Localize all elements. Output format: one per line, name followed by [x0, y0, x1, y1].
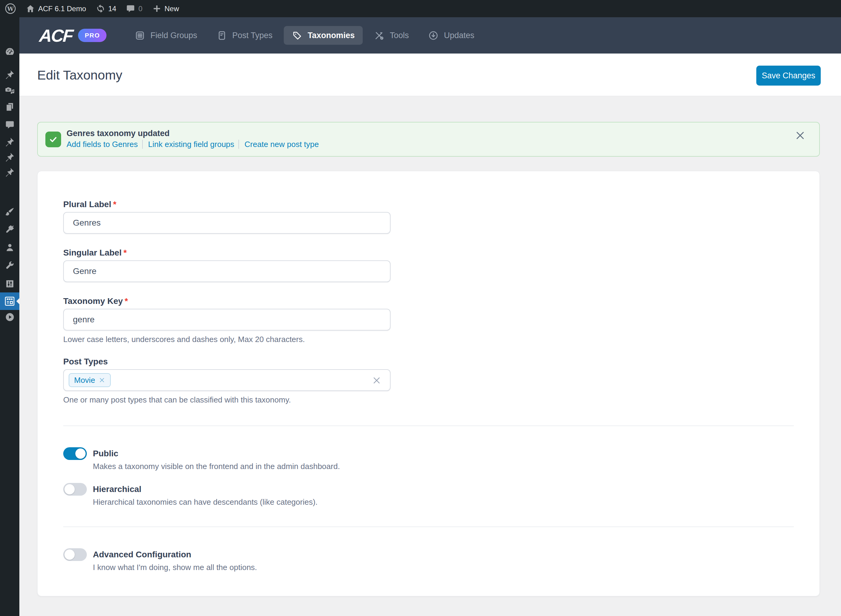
toggle-group-advanced: Advanced ConfigurationI know what I'm do… [63, 548, 794, 572]
play-circle-icon [5, 312, 15, 322]
sidebar-item-pushpin[interactable] [0, 135, 19, 148]
sidebar-item-plugins-plug[interactable] [0, 223, 19, 235]
media-icon [5, 86, 15, 96]
post-types-icon [217, 30, 227, 41]
toggle-row-advanced-configuration: Advanced ConfigurationI know what I'm do… [63, 548, 794, 572]
updates-count: 14 [108, 4, 116, 13]
taxonomy-key-input[interactable] [63, 309, 390, 330]
notice-links: Add fields to GenresLink existing field … [66, 139, 319, 150]
toggle-description: Makes a taxonomy visible on the frontend… [93, 462, 340, 471]
new-content-menu[interactable]: New [152, 4, 179, 13]
toggle-label: Public [93, 447, 340, 460]
comment-bubble-icon [126, 4, 135, 13]
appearance-brush-icon [5, 207, 15, 217]
nav-tab-updates[interactable]: Updates [420, 26, 483, 45]
post-type-tag-label: Movie [74, 375, 95, 385]
required-asterisk: * [123, 248, 127, 257]
advanced-configuration-toggle[interactable] [63, 548, 87, 561]
notice-link[interactable]: Add fields to Genres [66, 140, 138, 149]
post-type-tag[interactable]: Movie [69, 373, 111, 387]
close-icon [372, 375, 382, 385]
sidebar-item-pushpin[interactable] [0, 68, 19, 80]
sidebar-item-pushpin[interactable] [0, 166, 19, 178]
updates-download-icon [428, 30, 439, 41]
post-types-select[interactable]: Movie [63, 369, 390, 391]
nav-tab-label: Post Types [232, 31, 273, 40]
new-label: New [164, 4, 179, 13]
tools-wrench-icon [5, 261, 15, 271]
toggle-row-hierarchical: HierarchicalHierarchical taxonomies can … [63, 483, 794, 506]
pages-icon [5, 102, 15, 112]
toggle-text: HierarchicalHierarchical taxonomies can … [93, 483, 318, 506]
toggle-description: I know what I'm doing, show me all the o… [93, 563, 257, 572]
remove-tag-icon[interactable] [98, 377, 105, 383]
field-singular-label: Singular Label* [63, 248, 794, 282]
wordpress-logo-icon: W [5, 3, 16, 14]
updates-menu[interactable]: 14 [96, 4, 116, 13]
singular-label-input[interactable] [63, 260, 390, 282]
toggle-label: Advanced Configuration [93, 548, 257, 561]
sidebar-item-media[interactable] [0, 85, 19, 97]
page-header: Edit Taxonomy Save Changes [19, 54, 841, 96]
sidebar-item-pages[interactable] [0, 101, 19, 113]
sidebar-item-settings-sliders[interactable] [0, 277, 19, 290]
pushpin-icon [5, 69, 15, 79]
acf-edit-taxonomy-page: { "colors": { "accent_blue": "#0783be", … [0, 0, 841, 616]
nav-tab-tools[interactable]: Tools [366, 26, 417, 45]
selected-post-types: Movie [69, 373, 111, 387]
sidebar-item-users[interactable] [0, 241, 19, 254]
users-icon [5, 242, 15, 252]
acf-table-icon [4, 295, 15, 307]
site-name-link[interactable]: ACF 6.1 Demo [26, 4, 86, 13]
post-types-label: Post Types [63, 356, 794, 367]
acf-logo[interactable]: ACF [39, 25, 73, 45]
page-title: Edit Taxonomy [37, 68, 122, 82]
nav-tab-label: Updates [444, 31, 474, 40]
svg-text:W: W [7, 6, 14, 12]
home-icon [26, 4, 35, 13]
sidebar-item-appearance-brush[interactable] [0, 205, 19, 218]
sidebar-item-comments[interactable] [0, 119, 19, 131]
clear-select-icon[interactable] [372, 375, 382, 385]
post-types-field: Post Types Movie One or many post types … [63, 356, 794, 404]
notice-close-button[interactable] [794, 130, 806, 141]
settings-sliders-icon [5, 279, 15, 289]
success-notice: Genres taxonomy updated Add fields to Ge… [37, 122, 820, 157]
pushpin-icon [5, 167, 15, 177]
notice-link[interactable]: Link existing field groups [142, 140, 235, 149]
public-toggle[interactable] [63, 447, 87, 460]
content-area: Genres taxonomy updated Add fields to Ge… [19, 96, 841, 616]
sidebar-item-tools-wrench[interactable] [0, 260, 19, 271]
pushpin-icon [5, 137, 15, 147]
tools-icon [374, 30, 385, 41]
plugins-plug-icon [5, 224, 15, 235]
updates-circular-arrows-icon [96, 4, 105, 13]
toggle-text: Advanced ConfigurationI know what I'm do… [93, 548, 257, 572]
basic-fields: Plural Label*Singular Label*Taxonomy Key… [63, 199, 794, 344]
toggle-knob [65, 550, 75, 560]
sidebar-item-play-circle[interactable] [0, 311, 19, 323]
nav-tab-post-types[interactable]: Post Types [208, 26, 281, 45]
required-asterisk: * [125, 296, 128, 306]
sidebar-item-pushpin[interactable] [0, 151, 19, 163]
toggle-label: Hierarchical [93, 483, 318, 496]
pro-badge: PRO [78, 29, 107, 42]
save-changes-button[interactable]: Save Changes [756, 66, 821, 86]
sidebar-item-acf-table[interactable] [0, 292, 19, 310]
plural-label-input[interactable] [63, 212, 390, 234]
nav-tab-taxonomies[interactable]: Taxonomies [284, 26, 363, 45]
notice-link[interactable]: Create new post type [238, 140, 319, 149]
taxonomy-settings-card: Plural Label*Singular Label*Taxonomy Key… [37, 171, 820, 596]
comments-menu[interactable]: 0 [126, 4, 142, 13]
wp-logo-menu[interactable]: W [5, 3, 16, 14]
hierarchical-toggle[interactable] [63, 483, 87, 496]
notice-title: Genres taxonomy updated [66, 128, 319, 138]
field-plural-label: Plural Label* [63, 199, 794, 234]
wp-admin-bar: W ACF 6.1 Demo 14 0 New [0, 0, 841, 17]
nav-tab-label: Field Groups [150, 31, 197, 40]
toggle-knob [75, 449, 86, 459]
check-icon [48, 134, 59, 145]
sidebar-item-dashboard[interactable] [0, 45, 19, 57]
comments-icon [5, 120, 15, 130]
nav-tab-field-groups[interactable]: Field Groups [126, 26, 205, 45]
